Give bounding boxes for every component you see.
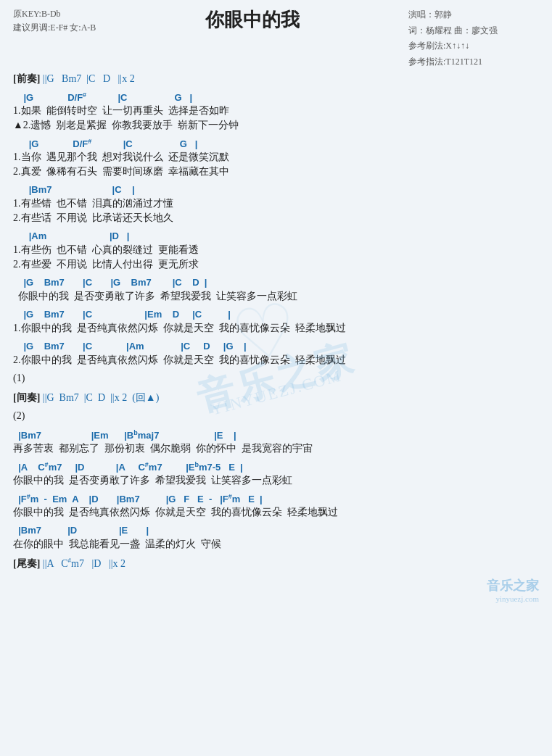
lyric-row3a: 1.有些错 也不错 泪真的汹涌过才懂 <box>13 197 539 212</box>
bottom-url: yinyuezj.com <box>13 594 539 603</box>
bridge-block2: |A C#m7 |D |A C#m7 |Ebm7-5 E | 你眼中的我 是否变… <box>13 461 539 489</box>
outro-section: [尾奏] ||A C#m7 |D ||x 2 <box>13 557 539 571</box>
verse1-block4: |Am |D | 1.有些伤 也不错 心真的裂缝过 更能看透 2.有些爱 不用说… <box>13 230 539 273</box>
lyric-row4a: 1.有些伤 也不错 心真的裂缝过 更能看透 <box>13 244 539 258</box>
prelude-section: [前奏] ||G Bm7 |C D ||x 2 <box>13 72 539 87</box>
lyric-bridge1: 再多苦衷 都别忘了 那份初衷 偶尔脆弱 你的怀中 是我宽容的宇宙 <box>13 442 539 457</box>
lyric-row1b: ▲2.遗憾 别老是紧握 你教我要放手 崭新下一分钟 <box>13 119 539 133</box>
chord-bridge1: |Bm7 |Em |Bbmaj7 |E | <box>13 429 539 442</box>
singer: 演唱：郭静 <box>408 7 539 23</box>
verse1-block1: |G D/F# |C G | 1.如果 能倒转时空 让一切再重头 选择是否如昨 … <box>13 91 539 133</box>
chord-row2: |G D/F# |C G | <box>13 138 539 151</box>
verse1-block3: |Bm7 |C | 1.有些错 也不错 泪真的汹涌过才懂 2.有些话 不用说 比… <box>13 184 539 226</box>
chord-row1: |G D/F# |C G | <box>13 91 539 104</box>
suggested-key: 建议男调:E-F# 女:A-B <box>13 21 96 35</box>
lyric-bridge3: 你眼中的我 是否纯真依然闪烁 你就是天空 我的喜忧像云朵 轻柔地飘过 <box>13 506 539 520</box>
lyric-row2a: 1.当你 遇见那个我 想对我说什么 还是微笑沉默 <box>13 151 539 165</box>
interlude-section: [间奏] ||G Bm7 |C D ||x 2 (回▲) <box>13 391 539 406</box>
outro-label: [尾奏] ||A C#m7 |D ||x 2 <box>13 557 539 571</box>
strum-ref: 参考刷法:X↑↓↑↓ <box>408 38 539 54</box>
original-key: 原KEY:B-Db <box>13 7 96 21</box>
chord-chorus1: |G Bm7 |C |G Bm7 |C D | <box>13 277 539 290</box>
verse1-block2: |G D/F# |C G | 1.当你 遇见那个我 想对我说什么 还是微笑沉默 … <box>13 138 539 180</box>
lyric-chorus2: 1.你眼中的我 是否纯真依然闪烁 你就是天空 我的喜忧像云朵 轻柔地飘过 <box>13 322 539 336</box>
bridge-block4: |Bm7 |D |E | 在你的眼中 我总能看见一盏 温柔的灯火 守候 <box>13 525 539 552</box>
header-right: 演唱：郭静 词：杨耀程 曲：廖文强 参考刷法:X↑↓↑↓ 参考指法:T121T1… <box>408 7 539 70</box>
chord-row4: |Am |D | <box>13 230 539 244</box>
chord-bridge4: |Bm7 |D |E | <box>13 525 539 538</box>
bridge-block3: |F#m - Em A |D |Bm7 |G F E - |F#m E | 你眼… <box>13 493 539 520</box>
bridge-block1: |Bm7 |Em |Bbmaj7 |E | 再多苦衷 都别忘了 那份初衷 偶尔脆… <box>13 429 539 457</box>
chord-bridge2: |A C#m7 |D |A C#m7 |Ebm7-5 E | <box>13 461 539 474</box>
interlude-label: [间奏] ||G Bm7 |C D ||x 2 (回▲) <box>13 391 539 406</box>
author: 词：杨耀程 曲：廖文强 <box>408 23 539 39</box>
chord-chorus2: |G Bm7 |C |Em D |C | <box>13 309 539 322</box>
page: ♡ 音乐之家 YINYUEZJ.COM 原KEY:B-Db 建议男调:E-F# … <box>0 0 552 756</box>
chord-chorus3: |G Bm7 |C |Am |C D |G | <box>13 341 539 354</box>
chorus-block3: |G Bm7 |C |Am |C D |G | 2.你眼中的我 是否纯真依然闪烁… <box>13 341 539 368</box>
lyric-bridge4: 在你的眼中 我总能看见一盏 温柔的灯火 守候 <box>13 538 539 552</box>
lyric-row1a: 1.如果 能倒转时空 让一切再重头 选择是否如昨 <box>13 104 539 119</box>
lyric-row3b: 2.有些话 不用说 比承诺还天长地久 <box>13 212 539 226</box>
bottom-logo: 音乐之家 <box>13 577 539 594</box>
chorus-block1: |G Bm7 |C |G Bm7 |C D | 你眼中的我 是否变勇敢了许多 希… <box>13 277 539 304</box>
lyric-note2: (2) <box>13 410 539 425</box>
lyric-chorus1: 你眼中的我 是否变勇敢了许多 希望我爱我 让笑容多一点彩虹 <box>13 290 539 304</box>
header-left: 原KEY:B-Db 建议男调:E-F# 女:A-B <box>13 7 96 35</box>
lyric-bridge2: 你眼中的我 是否变勇敢了许多 希望我爱我 让笑容多一点彩虹 <box>13 474 539 489</box>
finger-ref: 参考指法:T121T121 <box>408 54 539 70</box>
chord-row3: |Bm7 |C | <box>13 184 539 197</box>
lyric-row4b: 2.有些爱 不用说 比情人付出得 更无所求 <box>13 258 539 273</box>
chorus-block2: |G Bm7 |C |Em D |C | 1.你眼中的我 是否纯真依然闪烁 你就… <box>13 309 539 336</box>
lyric-note1: (1) <box>13 373 539 387</box>
lyric-row2b: 2.真爱 像稀有石头 需要时间琢磨 幸福藏在其中 <box>13 165 539 180</box>
prelude-label: [前奏] ||G Bm7 |C D ||x 2 <box>13 72 539 87</box>
song-title: 你眼中的我 <box>96 7 408 33</box>
header: 原KEY:B-Db 建议男调:E-F# 女:A-B 你眼中的我 演唱：郭静 词：… <box>13 7 539 70</box>
lyric-chorus3: 2.你眼中的我 是否纯真依然闪烁 你就是天空 我的喜忧像云朵 轻柔地飘过 <box>13 354 539 368</box>
chord-bridge3: |F#m - Em A |D |Bm7 |G F E - |F#m E | <box>13 493 539 506</box>
